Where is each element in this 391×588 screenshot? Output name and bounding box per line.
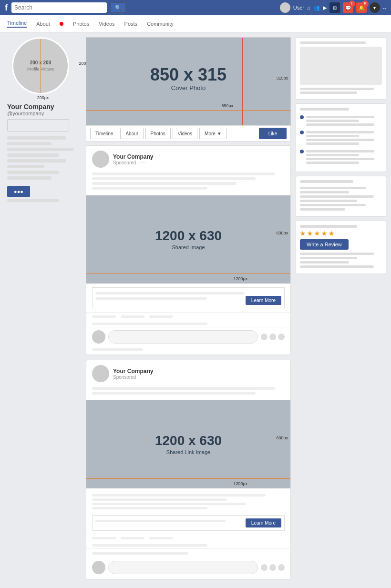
sponsored-title-1	[300, 41, 366, 44]
tab-about[interactable]: About	[120, 128, 143, 139]
nav-settings-icon[interactable]: ▾	[370, 2, 380, 13]
sidebar-link-7	[7, 171, 59, 174]
post-card-1: Your Company Sponsored · ⋯ 1200 x 630 Sh…	[86, 145, 291, 355]
reactions-2	[86, 542, 290, 549]
bell-badge: 5	[362, 0, 369, 7]
star-5	[329, 231, 334, 236]
comment-icon-5	[269, 564, 276, 571]
shared-1200px-label-1: 1200px	[233, 276, 247, 281]
review-box: Write a Review	[296, 221, 386, 274]
review-line-2	[300, 257, 357, 259]
snav-item-videos[interactable]: Videos	[99, 21, 114, 27]
sidebar-cta-button[interactable]: ●●●	[7, 186, 30, 197]
comment-icons-2	[261, 564, 285, 571]
search-input[interactable]	[11, 2, 107, 13]
post-text-line-3	[92, 182, 237, 185]
post-header-1: Your Company Sponsored · ⋯	[86, 146, 290, 171]
share-line-2	[92, 552, 188, 555]
main-layout: 200 x 200 Profile Picture 200px 200px Yo…	[0, 32, 391, 588]
nav-bell-container: 🔔 5	[356, 2, 367, 13]
review-line-4	[300, 265, 374, 268]
nav-messenger-container: 💬 1	[343, 2, 353, 13]
post-name-2: Your Company	[113, 368, 153, 375]
post-cta-button-2[interactable]: Learn More	[246, 518, 281, 527]
related-line-3-1	[306, 150, 374, 152]
shared-label-2: Shared Link Image	[155, 449, 222, 455]
cover-v-line	[242, 38, 243, 125]
profile-200px-bottom-label: 200px	[12, 95, 74, 100]
review-title	[300, 225, 357, 228]
pages-may-like-title	[300, 180, 353, 183]
post-text-lines-2	[86, 387, 290, 400]
shared-image-2: 1200 x 630 Shared Link Image 630px 1200p…	[86, 400, 290, 488]
snav-item-community[interactable]: Community	[147, 21, 174, 27]
related-line-1-2	[306, 120, 359, 122]
search-button[interactable]: 🔍	[111, 2, 126, 13]
post-footer-line-1	[92, 348, 143, 351]
nav-watch-icon[interactable]: ▶	[323, 5, 327, 11]
snav-red-dot	[60, 22, 63, 26]
post2-link-line-3	[92, 503, 246, 505]
sidebar-link-3	[7, 148, 74, 151]
shared-630px-label-2: 630px	[276, 436, 288, 440]
profile-picture: 200 x 200 Profile Picture	[12, 37, 69, 94]
related-line-3-2	[306, 154, 359, 156]
post-info-1: Your Company Sponsored · ⋯	[113, 153, 153, 165]
like-box[interactable]	[7, 119, 69, 132]
post-avatar-2	[92, 365, 109, 382]
snav-item-photos[interactable]: Photos	[73, 21, 89, 27]
reactions-line-2	[92, 544, 207, 547]
nav-home-icon[interactable]: ⌂	[307, 5, 310, 10]
reactions-line-1	[92, 323, 207, 325]
tab-photos[interactable]: Photos	[145, 128, 171, 139]
star-4	[321, 231, 327, 236]
action-like-2	[92, 537, 116, 539]
comment-area-1	[86, 327, 290, 348]
comment-icon-1	[261, 334, 268, 340]
nav-grid-icon[interactable]: ⊞	[329, 2, 340, 13]
review-line-3	[300, 261, 349, 264]
shared-image-h-line-1	[86, 274, 290, 274]
related-line-3-3	[306, 158, 374, 160]
cover-315px-label: 315px	[276, 76, 288, 81]
sponsored-text-1-1	[300, 88, 374, 90]
post2-link-line-1	[92, 494, 266, 497]
comment-input-2[interactable]	[108, 561, 258, 574]
related-line-2-3	[306, 139, 374, 141]
sidebar-link-1	[7, 136, 66, 140]
nav-friends-icon[interactable]: 👥	[313, 5, 320, 11]
page-like-button[interactable]: Like	[259, 128, 287, 139]
profile-info: Your Company @yourcompany	[5, 103, 81, 132]
cover-h-line	[86, 110, 290, 111]
related-dot-1	[300, 115, 304, 119]
comment-input-1[interactable]	[108, 330, 258, 344]
tab-more[interactable]: More ▼	[199, 128, 226, 139]
shared-image-text-2: 1200 x 630 Shared Link Image	[155, 434, 222, 455]
post-text-line-2	[92, 177, 256, 180]
post2-sponsored-text	[95, 520, 226, 522]
snav-item-timeline[interactable]: Timeline	[7, 20, 27, 28]
center-content: 850 x 315 Cover Photo 315px 850px Timeli…	[86, 37, 291, 584]
snav-item-about[interactable]: About	[36, 21, 50, 27]
star-2	[307, 231, 313, 236]
cover-photo-area: 850 x 315 Cover Photo 315px 850px	[86, 37, 291, 125]
post2-link-line-2	[92, 498, 227, 501]
sponsored-box-1	[296, 37, 386, 100]
link-text-1	[95, 292, 244, 294]
related-dot-3	[300, 150, 304, 153]
shared-image-v-line-1	[252, 195, 252, 284]
post-card-2: Your Company Sponsored · ⋯ 1200 x 630 Sh…	[86, 360, 291, 579]
snav-item-posts[interactable]: Posts	[124, 21, 138, 27]
write-review-button[interactable]: Write a Review	[300, 239, 349, 250]
comment-area-2	[86, 558, 290, 579]
nav-username: User	[293, 5, 304, 10]
cover-photo-label: Cover Photo	[150, 84, 226, 91]
related-entry-3	[300, 149, 382, 165]
action-like-1	[92, 315, 116, 318]
tab-videos[interactable]: Videos	[173, 128, 197, 139]
post-name-1: Your Company	[113, 153, 153, 160]
tab-timeline[interactable]: Timeline	[90, 128, 118, 139]
post-cta-button-1[interactable]: Learn More	[246, 296, 281, 305]
post-meta-1: Sponsored · ⋯	[113, 160, 153, 165]
pmlike-line-6	[300, 208, 345, 211]
